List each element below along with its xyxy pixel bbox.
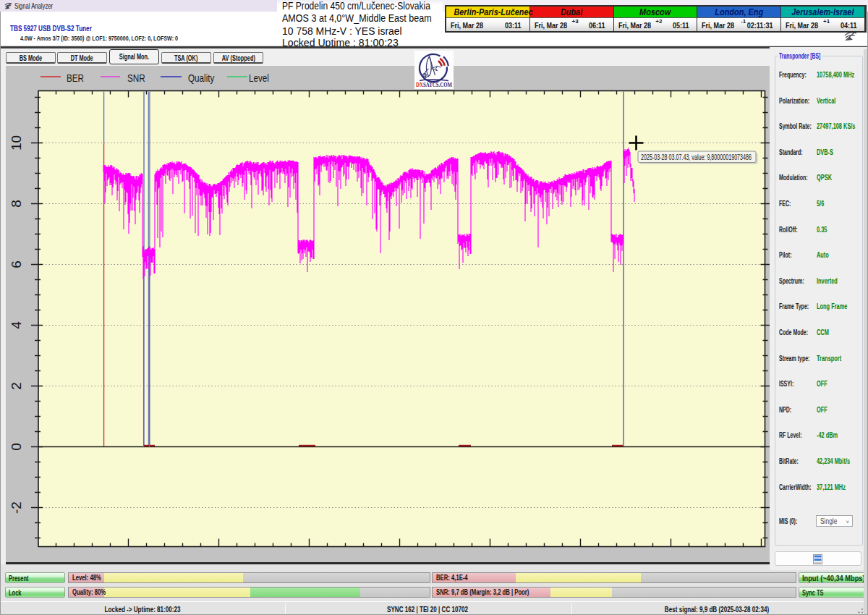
svg-text:-2: -2 xyxy=(9,501,24,514)
svg-text:0: 0 xyxy=(9,443,24,451)
svg-text:8: 8 xyxy=(9,200,24,208)
svg-text:6: 6 xyxy=(9,260,24,268)
svg-text:4: 4 xyxy=(9,321,24,329)
svg-text:2025-03-28 03.07.43, value: 9,: 2025-03-28 03.07.43, value: 9,8000001907… xyxy=(641,153,752,161)
svg-text:DXSATCS.COM: DXSATCS.COM xyxy=(416,81,452,88)
svg-text:2: 2 xyxy=(9,382,24,390)
svg-text:10: 10 xyxy=(9,135,24,150)
